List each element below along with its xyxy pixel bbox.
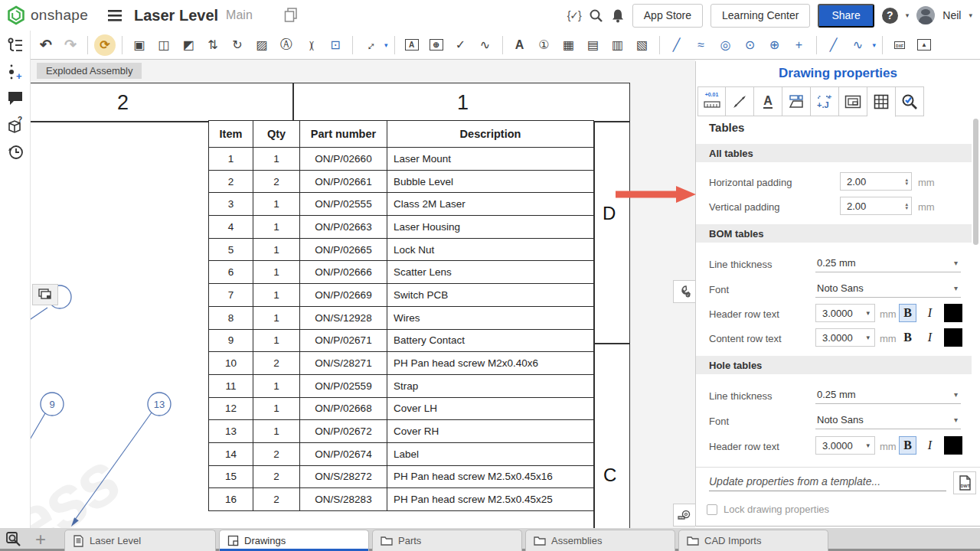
surface-finish-button[interactable]: ✓ — [450, 34, 472, 56]
centerline-button[interactable]: ╱ — [666, 34, 688, 56]
note-button[interactable]: A — [401, 34, 423, 56]
lock-drawing-properties[interactable]: Lock drawing properties — [707, 504, 829, 515]
detail-view-button[interactable]: Ⓐ — [276, 34, 297, 56]
spinner-icon[interactable]: ▴▾ — [905, 202, 908, 210]
hole-header-bold-button[interactable]: B — [899, 436, 916, 455]
tab-quality-check[interactable] — [896, 86, 924, 116]
table-row[interactable]: 51ON/P/02665Lock Nut — [209, 238, 594, 261]
centermark-button[interactable]: ⊙ — [740, 34, 761, 56]
measure-flyout-button[interactable] — [673, 504, 696, 527]
view-label-exploded-assembly[interactable]: Exploded Assembly — [37, 63, 142, 79]
onshape-logo[interactable]: onshape — [6, 5, 88, 25]
tab-drawings[interactable]: Drawings — [219, 530, 369, 551]
instances-badge[interactable] — [32, 284, 58, 305]
workspace-label[interactable]: Main — [226, 8, 253, 22]
table-row[interactable]: 142ON/P/02674Label — [209, 442, 594, 465]
table-button[interactable]: ▦ — [558, 34, 580, 56]
add-tab-button[interactable]: + — [31, 530, 51, 549]
help-icon[interactable]: ? — [882, 8, 898, 24]
bom-header-color-swatch[interactable] — [944, 304, 962, 322]
hole-table-button[interactable]: ▥ — [607, 34, 629, 56]
help-dropdown-caret-icon[interactable]: ▾ — [906, 11, 910, 19]
bom-table[interactable]: Item Qty Part number Description 11ON/P/… — [208, 120, 594, 511]
tab-assemblies[interactable]: Assemblies — [525, 530, 675, 551]
construction-line-button[interactable]: + — [789, 34, 810, 56]
browse-template-button[interactable]: DWT — [953, 471, 976, 494]
tab-parts[interactable]: Parts — [372, 530, 522, 551]
bom-content-italic-button[interactable]: I — [921, 328, 939, 347]
move-view-button[interactable]: ⇅ — [202, 34, 224, 56]
projected-view-button[interactable]: ◫ — [153, 34, 175, 56]
lock-checkbox[interactable] — [707, 504, 717, 515]
bom-content-color-swatch[interactable] — [944, 328, 962, 347]
help-cube-icon[interactable]: ? — [6, 116, 24, 135]
copy-document-icon[interactable] — [283, 7, 299, 24]
table-row[interactable]: 22ON/P/02661Bubble Level — [209, 170, 594, 193]
hole-line-thickness-select[interactable]: 0.25 mm▾ — [815, 386, 961, 404]
bom-content-bold-button[interactable]: B — [899, 328, 916, 347]
tab-text[interactable]: A — [754, 86, 782, 116]
bom-header-size-select[interactable]: 3.0000▾ — [815, 304, 875, 322]
table-row[interactable]: 102ON/S/28271PH Pan head screw M2x0.40x6 — [209, 352, 594, 375]
insert-image-button[interactable]: ▲ — [913, 34, 935, 56]
undo-button[interactable]: ↶ — [35, 34, 57, 56]
user-dropdown-caret-icon[interactable]: ▾ — [969, 11, 972, 19]
hole-header-color-swatch[interactable] — [944, 436, 962, 455]
share-button[interactable]: Share — [818, 4, 874, 28]
table-row[interactable]: 71ON/P/02669Switch PCB — [209, 284, 594, 307]
tab-cad-imports[interactable]: CAD Imports — [678, 530, 828, 551]
spline-dropdown-caret-icon[interactable]: ▾ — [873, 41, 877, 49]
learning-center-button[interactable]: Learning Center — [710, 4, 810, 28]
table-row[interactable]: 31ON/P/02555Class 2M Laser — [209, 193, 594, 216]
bom-content-size-select[interactable]: 3.0000▾ — [815, 328, 875, 347]
search-tabs-button[interactable] — [4, 530, 24, 549]
geometric-tolerance-button[interactable]: ⊕ — [426, 34, 447, 56]
point-button[interactable]: ⊕ — [764, 34, 786, 56]
tab-laser-level[interactable]: Laser Level — [64, 530, 216, 551]
drawing-canvas[interactable]: 2 1 D C ess Exploded Assembly Item Qty P… — [31, 60, 695, 528]
tab-views[interactable] — [782, 86, 811, 116]
hole-header-size-select[interactable]: 3.0000▾ — [815, 436, 875, 455]
export-dxf-button[interactable]: DXF — [889, 34, 910, 56]
tab-dimensions[interactable] — [726, 86, 754, 116]
search-icon[interactable] — [589, 8, 603, 23]
vertical-padding-input[interactable]: 2.00 ▴▾ — [840, 197, 912, 215]
bom-font-select[interactable]: Noto Sans▾ — [815, 279, 961, 298]
featurescript-icon[interactable]: {✓} — [567, 9, 581, 21]
rotate-view-button[interactable]: ↻ — [227, 34, 248, 56]
table-row[interactable]: 61ON/P/02666Scatter Lens — [209, 261, 594, 284]
tab-sheet[interactable] — [839, 86, 867, 116]
table-row[interactable]: 11ON/P/02660Laser Mount — [209, 148, 594, 171]
table-row[interactable]: 81ON/S/12928Wires — [209, 306, 594, 329]
section-view-button[interactable]: ▨ — [251, 34, 273, 56]
balloon-button[interactable]: ① — [534, 34, 555, 56]
hole-header-italic-button[interactable]: I — [921, 436, 939, 455]
broken-view-button[interactable]: )( — [300, 34, 322, 56]
versions-icon[interactable]: + — [6, 63, 24, 81]
app-store-button[interactable]: App Store — [632, 4, 703, 28]
bom-table-button[interactable]: ▤ — [583, 34, 604, 56]
horizontal-padding-input[interactable]: 2.00 ▴▾ — [840, 172, 912, 191]
feature-list-icon[interactable] — [6, 37, 24, 55]
text-button[interactable]: A — [509, 34, 531, 56]
bom-line-thickness-select[interactable]: 0.25 mm▾ — [815, 254, 961, 272]
user-name[interactable]: Neil — [942, 9, 961, 21]
history-icon[interactable] — [6, 142, 24, 161]
panel-scrollbar-thumb[interactable] — [973, 119, 978, 245]
spinner-icon[interactable]: ▴▾ — [905, 178, 908, 185]
notifications-bell-icon[interactable] — [611, 8, 625, 23]
crop-view-button[interactable]: ⊡ — [325, 34, 346, 56]
tab-annotations[interactable]: + +.J — [811, 86, 839, 116]
dimension-dropdown-caret-icon[interactable]: ▾ — [384, 41, 388, 49]
weld-symbol-button[interactable]: ∿ — [475, 34, 496, 56]
auxiliary-view-button[interactable]: ◩ — [178, 34, 199, 56]
bom-header-bold-button[interactable]: B — [899, 304, 916, 322]
table-row[interactable]: 121ON/P/02668Cover LH — [209, 397, 594, 420]
user-avatar[interactable] — [916, 6, 935, 24]
circular-centermark-button[interactable]: ◎ — [715, 34, 737, 56]
update-views-button[interactable]: ⟳ — [94, 34, 116, 56]
bom-header-italic-button[interactable]: I — [921, 304, 939, 322]
table-row[interactable]: 91ON/P/02671Battery Contact — [209, 329, 594, 352]
table-row[interactable]: 131ON/P/02672Cover RH — [209, 420, 594, 443]
dimension-button[interactable]: ↔ — [359, 34, 381, 56]
